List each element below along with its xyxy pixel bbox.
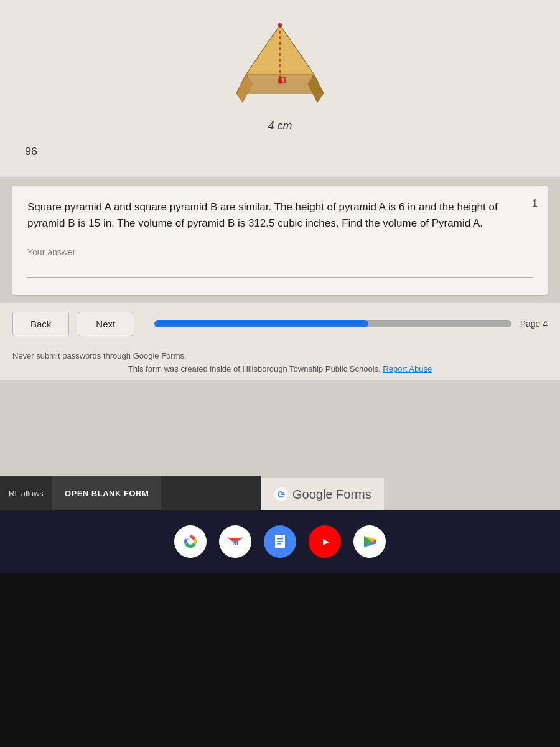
progress-bar-container xyxy=(154,320,511,327)
gmail-icon[interactable]: M xyxy=(219,525,251,558)
docs-icon[interactable] xyxy=(264,525,296,558)
rl-allows-text: RL allows xyxy=(0,489,52,498)
chrome-icon[interactable] xyxy=(174,525,207,558)
svg-point-15 xyxy=(187,538,194,545)
next-button[interactable]: Next xyxy=(78,312,133,336)
answer-input[interactable] xyxy=(27,261,533,278)
question-text: Square pyramid A and square pyramid B ar… xyxy=(27,199,533,232)
svg-rect-24 xyxy=(277,543,281,545)
question-card: 1 Square pyramid A and square pyramid B … xyxy=(12,186,548,295)
svg-rect-23 xyxy=(277,541,283,542)
question-number: 1 xyxy=(532,198,538,209)
nav-bar: Back Next Page 4 xyxy=(0,303,560,345)
pyramid-image xyxy=(218,12,342,112)
youtube-icon[interactable] xyxy=(309,525,341,558)
google-forms-label: Google Forms xyxy=(292,487,371,502)
form-credit: This form was created inside of Hillsbor… xyxy=(12,364,548,374)
back-button[interactable]: Back xyxy=(12,312,69,336)
bottom-bar: RL allows OPEN BLANK FORM xyxy=(0,476,261,510)
svg-rect-11 xyxy=(281,494,285,495)
password-warning: Never submit passwords through Google Fo… xyxy=(12,351,548,360)
pyramid-section: 4 cm 96 xyxy=(0,0,560,178)
svg-point-7 xyxy=(278,23,282,27)
page-label: Page 4 xyxy=(520,319,548,329)
black-area xyxy=(0,573,560,747)
answer-label: Your answer xyxy=(27,247,533,257)
taskbar: M xyxy=(0,510,560,573)
footer-area: Never submit passwords through Google Fo… xyxy=(0,345,560,380)
progress-bar-fill xyxy=(154,320,368,327)
google-forms-brand: Google Forms xyxy=(261,478,384,510)
previous-answer-value: 96 xyxy=(25,145,37,158)
play-store-icon[interactable] xyxy=(353,525,386,558)
open-blank-form-button[interactable]: OPEN BLANK FORM xyxy=(52,476,161,510)
dimension-label: 4 cm xyxy=(268,120,292,133)
report-abuse-link[interactable]: Report Abuse xyxy=(383,364,432,374)
svg-rect-22 xyxy=(277,538,283,540)
svg-text:M: M xyxy=(232,539,238,547)
